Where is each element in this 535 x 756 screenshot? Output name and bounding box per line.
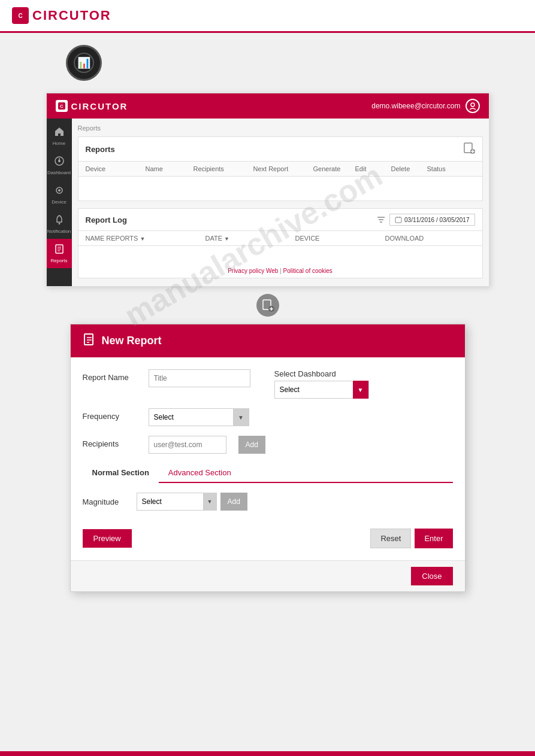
reports-table-header: Device Name Recipients Next Report Gener… (78, 162, 482, 177)
svg-point-11 (58, 189, 61, 192)
reports-panel: Reports Device Name (78, 136, 483, 201)
report-log-title: Report Log (86, 215, 127, 224)
col-generate: Generate (313, 165, 355, 172)
report-log-panel: Report Log 03/11/2016 / 03/05/2017 (78, 208, 483, 278)
select-dashboard-input[interactable]: Select (275, 381, 353, 398)
preview-button[interactable]: Preview (83, 529, 132, 548)
modal-header: New Report (71, 324, 465, 357)
report-log-empty (78, 246, 482, 264)
date-range: 03/11/2016 / 03/05/2017 (404, 217, 469, 223)
top-logo-icon: C (12, 7, 29, 24)
sidebar-item-dashboard[interactable]: Dashboard (47, 151, 72, 180)
magnitude-arrow[interactable]: ▼ (203, 493, 216, 511)
sidebar-item-home[interactable]: Home (47, 122, 72, 151)
modal-title: New Report (102, 335, 162, 347)
reports-empty (78, 177, 482, 201)
app-header-logo: C CIRCUTOR (56, 100, 128, 112)
report-log-header: NAME REPORTS ▼ DATE ▼ DEVICE DOWNLOAD (78, 231, 482, 246)
privacy-separator: | (280, 268, 282, 274)
form-row-frequency: Frequency Select ▼ (83, 408, 453, 426)
frequency-select-wrapper: Select ▼ (149, 408, 249, 426)
col-status: Status (427, 165, 463, 172)
sidebar-item-device[interactable]: Device (47, 180, 72, 210)
log-col-name: NAME REPORTS ▼ (86, 235, 205, 242)
svg-point-12 (58, 223, 60, 224)
dashboard-icon (54, 156, 65, 169)
app-body: Home Dashboard Device (47, 119, 489, 286)
sidebar-item-reports[interactable]: Reports (47, 239, 72, 268)
enter-button[interactable]: Enter (415, 529, 452, 548)
col-name: Name (146, 165, 194, 172)
magnitude-select-wrapper: Select ▼ (137, 493, 217, 511)
reports-add-icon[interactable] (463, 142, 475, 156)
tab-normal-section[interactable]: Normal Section (83, 463, 159, 483)
top-logo-text: CIRCUTOR (32, 8, 111, 23)
home-icon (54, 126, 65, 139)
main-container: C CIRCUTOR demo.wibeee@circutor.com (0, 87, 535, 287)
content-area: Reports Reports (72, 119, 489, 286)
app-header-logo-text: CIRCUTOR (71, 101, 128, 111)
svg-text:C: C (18, 13, 22, 19)
right-buttons: Reset Enter (370, 529, 452, 548)
top-bar: C CIRCUTOR (0, 0, 535, 33)
sidebar-label-reports: Reports (50, 258, 67, 263)
user-email: demo.wibeee@circutor.com (371, 102, 460, 110)
select-dashboard-label: Select Dashboard (274, 369, 369, 378)
frequency-select[interactable]: Select (149, 409, 233, 426)
col-recipients: Recipients (194, 165, 253, 172)
frequency-label: Frequency (83, 408, 137, 421)
col-delete: Delete (391, 165, 427, 172)
sidebar-label-home: Home (53, 141, 65, 146)
privacy-footer: Privacy policy Web | Political of cookie… (78, 264, 482, 278)
sidebar-item-notification[interactable]: Notification (47, 210, 72, 239)
close-button[interactable]: Close (411, 567, 452, 585)
modal-area: New Report Report Name Select Dashboard … (0, 324, 535, 604)
form-row-name-dashboard: Report Name Select Dashboard Select ▼ (83, 369, 453, 399)
privacy-policy-link[interactable]: Privacy policy Web (228, 268, 278, 274)
tabs-row: Normal Section Advanced Section (83, 463, 453, 483)
recipients-add-button[interactable]: Add (238, 436, 265, 454)
report-name-input[interactable] (149, 369, 250, 387)
log-col-device: DEVICE (295, 235, 385, 242)
device-icon (54, 185, 65, 198)
user-icon[interactable] (466, 99, 480, 113)
add-report-button[interactable] (256, 294, 279, 317)
page-footer (0, 751, 535, 756)
new-report-modal: New Report Report Name Select Dashboard … (70, 324, 466, 592)
tab-advanced-section[interactable]: Advanced Section (159, 463, 241, 482)
date-picker-button[interactable]: 03/11/2016 / 03/05/2017 (389, 214, 474, 226)
col-device: Device (86, 165, 146, 172)
magnitude-label: Magnitude (83, 497, 137, 506)
reset-button[interactable]: Reset (370, 529, 411, 548)
sidebar: Home Dashboard Device (47, 119, 72, 286)
recipients-input[interactable] (149, 436, 226, 454)
report-name-label: Report Name (83, 369, 137, 382)
magnitude-select[interactable]: Select (137, 493, 203, 510)
report-log-bar: Report Log 03/11/2016 / 03/05/2017 (78, 209, 482, 231)
notification-icon (54, 214, 65, 227)
svg-rect-24 (395, 217, 401, 223)
modal-header-icon (83, 333, 96, 349)
magnitude-row: Magnitude Select ▼ Add (83, 493, 453, 511)
app-header: C CIRCUTOR demo.wibeee@circutor.com (47, 93, 489, 119)
action-row: Preview Reset Enter (83, 529, 453, 548)
col-next-report: Next Report (253, 165, 313, 172)
modal-body: Report Name Select Dashboard Select ▼ (71, 357, 465, 560)
select-dashboard-wrapper: Select ▼ (274, 381, 369, 399)
sidebar-label-device: Device (52, 199, 66, 205)
reports-icon (54, 244, 65, 257)
log-col-download: DOWNLOAD (385, 235, 475, 242)
breadcrumb: Reports (78, 125, 483, 132)
select-dashboard-arrow[interactable]: ▼ (353, 381, 368, 399)
reports-title-bar: Reports (78, 137, 482, 162)
log-col-date: DATE ▼ (205, 235, 295, 242)
filter-icon (376, 215, 386, 224)
modal-footer: Close (71, 560, 465, 591)
political-cookies-link[interactable]: Political of cookies (283, 268, 333, 274)
magnitude-add-button[interactable]: Add (220, 493, 247, 511)
app-header-logo-icon: C (56, 100, 68, 112)
reports-panel-title: Reports (86, 145, 115, 154)
svg-text:📊: 📊 (77, 56, 91, 69)
frequency-arrow[interactable]: ▼ (233, 408, 249, 426)
app-header-user: demo.wibeee@circutor.com (371, 99, 479, 113)
